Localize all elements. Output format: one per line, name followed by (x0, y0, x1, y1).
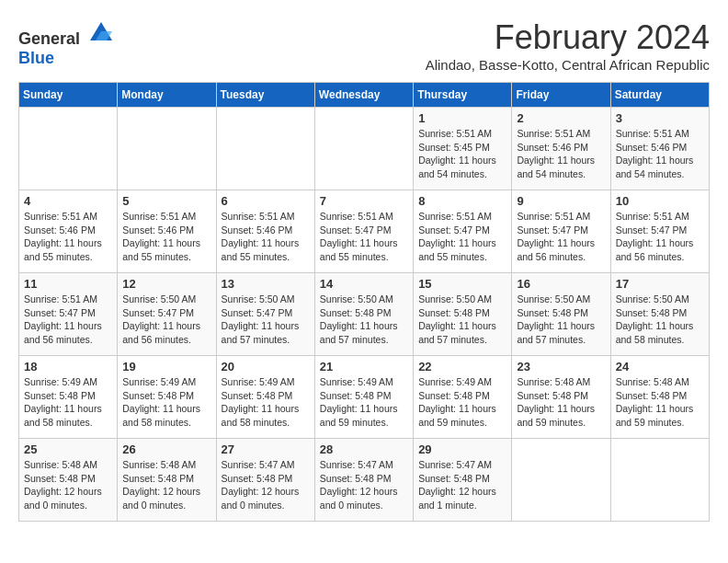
day-number: 19 (122, 360, 210, 373)
calendar-table: SundayMondayTuesdayWednesdayThursdayFrid… (18, 82, 710, 522)
day-number: 13 (222, 277, 310, 291)
week-row-4: 18Sunrise: 5:49 AM Sunset: 5:48 PM Dayli… (19, 356, 710, 439)
month-title: February 2024 (426, 18, 710, 57)
day-number: 17 (616, 277, 704, 291)
title-section: February 2024 Alindao, Basse-Kotto, Cent… (426, 18, 710, 73)
week-row-3: 11Sunrise: 5:51 AM Sunset: 5:47 PM Dayli… (19, 273, 710, 356)
header-cell-thursday: Thursday (414, 83, 512, 108)
header-cell-wednesday: Wednesday (314, 83, 413, 108)
day-number: 26 (122, 442, 210, 456)
calendar-header-row: SundayMondayTuesdayWednesdayThursdayFrid… (19, 83, 710, 108)
day-info: Sunrise: 5:47 AM Sunset: 5:48 PM Dayligh… (222, 458, 310, 512)
day-info: Sunrise: 5:51 AM Sunset: 5:46 PM Dayligh… (222, 210, 310, 264)
calendar-cell: 11Sunrise: 5:51 AM Sunset: 5:47 PM Dayli… (19, 273, 118, 356)
calendar-cell: 24Sunrise: 5:48 AM Sunset: 5:48 PM Dayli… (610, 356, 709, 439)
day-number: 25 (24, 442, 112, 456)
day-info: Sunrise: 5:49 AM Sunset: 5:48 PM Dayligh… (24, 375, 112, 430)
week-row-1: 1Sunrise: 5:51 AM Sunset: 5:45 PM Daylig… (19, 108, 710, 190)
day-number: 28 (320, 442, 408, 456)
day-number: 23 (517, 360, 605, 373)
logo-general: General (18, 29, 80, 48)
day-info: Sunrise: 5:49 AM Sunset: 5:48 PM Dayligh… (418, 375, 506, 430)
calendar-cell: 5Sunrise: 5:51 AM Sunset: 5:46 PM Daylig… (118, 190, 216, 273)
calendar-cell: 15Sunrise: 5:50 AM Sunset: 5:48 PM Dayli… (414, 273, 512, 356)
day-number: 8 (418, 194, 506, 208)
calendar-cell: 16Sunrise: 5:50 AM Sunset: 5:48 PM Dayli… (512, 273, 610, 356)
header-cell-monday: Monday (118, 83, 216, 108)
calendar-cell: 28Sunrise: 5:47 AM Sunset: 5:48 PM Dayli… (314, 439, 413, 522)
calendar-cell: 13Sunrise: 5:50 AM Sunset: 5:47 PM Dayli… (216, 273, 314, 356)
day-number: 16 (517, 277, 605, 291)
logo-text: General Blue (18, 18, 116, 68)
day-number: 21 (320, 360, 408, 373)
day-number: 11 (24, 277, 112, 291)
calendar-cell: 4Sunrise: 5:51 AM Sunset: 5:46 PM Daylig… (19, 190, 118, 273)
calendar-cell: 26Sunrise: 5:48 AM Sunset: 5:48 PM Dayli… (118, 439, 216, 522)
calendar-cell (314, 108, 413, 190)
day-info: Sunrise: 5:48 AM Sunset: 5:48 PM Dayligh… (517, 375, 605, 430)
logo-blue: Blue (18, 49, 54, 67)
day-info: Sunrise: 5:47 AM Sunset: 5:48 PM Dayligh… (418, 458, 506, 512)
day-info: Sunrise: 5:47 AM Sunset: 5:48 PM Dayligh… (320, 458, 408, 512)
header-cell-friday: Friday (512, 83, 610, 108)
day-number: 18 (24, 360, 112, 373)
day-number: 10 (616, 194, 704, 208)
calendar-cell: 14Sunrise: 5:50 AM Sunset: 5:48 PM Dayli… (314, 273, 413, 356)
day-info: Sunrise: 5:51 AM Sunset: 5:46 PM Dayligh… (517, 127, 605, 181)
calendar-cell (216, 108, 314, 190)
day-info: Sunrise: 5:50 AM Sunset: 5:48 PM Dayligh… (517, 293, 605, 347)
day-info: Sunrise: 5:48 AM Sunset: 5:48 PM Dayligh… (616, 375, 704, 430)
calendar-cell: 12Sunrise: 5:50 AM Sunset: 5:47 PM Dayli… (118, 273, 216, 356)
day-number: 2 (517, 111, 605, 125)
week-row-5: 25Sunrise: 5:48 AM Sunset: 5:48 PM Dayli… (19, 439, 710, 522)
day-number: 6 (222, 194, 310, 208)
calendar-cell: 20Sunrise: 5:49 AM Sunset: 5:48 PM Dayli… (216, 356, 314, 439)
day-number: 14 (320, 277, 408, 291)
day-info: Sunrise: 5:49 AM Sunset: 5:48 PM Dayligh… (222, 375, 310, 430)
calendar-cell (19, 108, 118, 190)
day-number: 4 (24, 194, 112, 208)
calendar-cell: 19Sunrise: 5:49 AM Sunset: 5:48 PM Dayli… (118, 356, 216, 439)
day-info: Sunrise: 5:48 AM Sunset: 5:48 PM Dayligh… (122, 458, 210, 512)
calendar-cell: 3Sunrise: 5:51 AM Sunset: 5:46 PM Daylig… (610, 108, 709, 190)
day-info: Sunrise: 5:50 AM Sunset: 5:48 PM Dayligh… (616, 293, 704, 347)
header-cell-tuesday: Tuesday (216, 83, 314, 108)
day-info: Sunrise: 5:50 AM Sunset: 5:48 PM Dayligh… (418, 293, 506, 347)
logo-icon (86, 18, 116, 44)
day-number: 29 (418, 442, 506, 456)
day-info: Sunrise: 5:50 AM Sunset: 5:47 PM Dayligh… (222, 293, 310, 347)
day-number: 9 (517, 194, 605, 208)
day-number: 27 (222, 442, 310, 456)
day-number: 3 (616, 111, 704, 125)
day-info: Sunrise: 5:48 AM Sunset: 5:48 PM Dayligh… (24, 458, 112, 512)
day-info: Sunrise: 5:51 AM Sunset: 5:47 PM Dayligh… (24, 293, 112, 347)
day-info: Sunrise: 5:49 AM Sunset: 5:48 PM Dayligh… (320, 375, 408, 430)
calendar-cell (118, 108, 216, 190)
day-info: Sunrise: 5:51 AM Sunset: 5:45 PM Dayligh… (418, 127, 506, 181)
day-info: Sunrise: 5:50 AM Sunset: 5:47 PM Dayligh… (122, 293, 210, 347)
calendar-cell: 23Sunrise: 5:48 AM Sunset: 5:48 PM Dayli… (512, 356, 610, 439)
day-info: Sunrise: 5:51 AM Sunset: 5:46 PM Dayligh… (616, 127, 704, 181)
day-info: Sunrise: 5:51 AM Sunset: 5:47 PM Dayligh… (517, 210, 605, 264)
calendar-cell (512, 439, 610, 522)
header-cell-sunday: Sunday (19, 83, 118, 108)
calendar-cell: 22Sunrise: 5:49 AM Sunset: 5:48 PM Dayli… (414, 356, 512, 439)
day-number: 5 (122, 194, 210, 208)
calendar-cell: 2Sunrise: 5:51 AM Sunset: 5:46 PM Daylig… (512, 108, 610, 190)
calendar-cell: 6Sunrise: 5:51 AM Sunset: 5:46 PM Daylig… (216, 190, 314, 273)
day-info: Sunrise: 5:51 AM Sunset: 5:46 PM Dayligh… (122, 210, 210, 264)
day-number: 20 (222, 360, 310, 373)
calendar-cell: 10Sunrise: 5:51 AM Sunset: 5:47 PM Dayli… (610, 190, 709, 273)
day-info: Sunrise: 5:51 AM Sunset: 5:47 PM Dayligh… (616, 210, 704, 264)
page-header: General Blue February 2024 Alindao, Bass… (18, 18, 710, 73)
day-number: 12 (122, 277, 210, 291)
calendar-cell: 17Sunrise: 5:50 AM Sunset: 5:48 PM Dayli… (610, 273, 709, 356)
calendar-cell: 29Sunrise: 5:47 AM Sunset: 5:48 PM Dayli… (414, 439, 512, 522)
calendar-cell: 25Sunrise: 5:48 AM Sunset: 5:48 PM Dayli… (19, 439, 118, 522)
day-info: Sunrise: 5:51 AM Sunset: 5:46 PM Dayligh… (24, 210, 112, 264)
day-number: 15 (418, 277, 506, 291)
calendar-cell: 8Sunrise: 5:51 AM Sunset: 5:47 PM Daylig… (414, 190, 512, 273)
calendar-cell: 7Sunrise: 5:51 AM Sunset: 5:47 PM Daylig… (314, 190, 413, 273)
calendar-body: 1Sunrise: 5:51 AM Sunset: 5:45 PM Daylig… (19, 108, 710, 522)
day-info: Sunrise: 5:49 AM Sunset: 5:48 PM Dayligh… (122, 375, 210, 430)
